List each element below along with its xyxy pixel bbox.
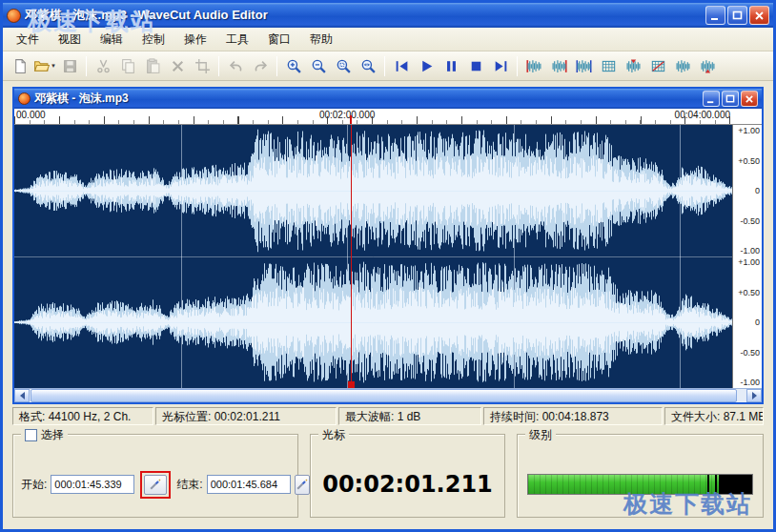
playback-cursor[interactable] [351,125,352,388]
toolbar-separator [384,56,385,76]
new-file-button[interactable] [8,54,32,78]
trim-button[interactable] [190,54,214,78]
save-file-button[interactable] [57,54,82,78]
waveform-view[interactable] [14,125,732,388]
copy-icon [120,58,136,74]
scissors-icon [95,58,112,74]
folder-icon [33,58,50,74]
record-level-button[interactable] [695,54,720,78]
undo-icon [228,58,244,74]
amplitude-scale: +1.00+0.500-0.50-1.00+1.00+0.500-0.50-1.… [732,125,762,388]
zoom-full-button[interactable] [356,54,380,78]
menu-item-4[interactable]: 操作 [174,28,216,51]
cursor-group: 光标 00:02:01.211 [310,434,505,518]
wand-icon [149,478,162,491]
selection-start-input[interactable] [51,475,134,494]
status-duration: 持续时间: 00:04:18.873 [483,407,663,425]
zoom-out-button[interactable] [306,54,331,78]
document-icon [18,92,31,105]
go-to-end-button[interactable] [488,54,513,78]
selection-checkbox[interactable] [25,429,37,441]
ruler-label-1: 00:02:00.000 [319,110,375,120]
menu-item-6[interactable]: 窗口 [258,28,300,51]
zoomfull-icon [360,58,377,74]
level-meter-fill [528,475,719,494]
waveup-icon [700,58,716,74]
undo-button[interactable] [223,54,248,78]
timeline-ruler[interactable]: 00.00000:02:00.00000:04:00.000 [14,109,762,125]
redo-button[interactable] [248,54,273,78]
mute-selection-button[interactable] [645,54,670,78]
selection-end-input[interactable] [207,475,291,494]
paste-icon [145,58,161,74]
level-meter-tick [715,475,717,494]
scale-label: -0.50 [740,216,760,226]
toolbar-separator [517,56,518,76]
waveform-canvas[interactable] [14,125,732,388]
child-minimize-button[interactable] [703,91,720,107]
set-selection-end-button[interactable] [546,54,571,78]
status-cursor-position: 光标位置: 00:02:01.211 [155,407,337,425]
audio-document-window: 邓紫棋 - 泡沫.mp3 00.00000:02:00.00000:04:00.… [12,87,764,404]
menu-item-3[interactable]: 控制 [133,28,174,51]
pause-icon [443,58,459,74]
hatch2-icon [650,58,666,74]
go-to-start-button[interactable] [389,54,414,78]
scale-label: 0 [755,186,760,195]
close-button[interactable] [749,6,769,25]
status-bar: 格式: 44100 Hz, 2 Ch.光标位置: 00:02:01.211最大波… [12,407,764,425]
dropdown-arrow-icon[interactable]: ▼ [51,63,56,69]
level-meter-tick [707,475,709,494]
scroll-left-button[interactable] [14,389,30,402]
crop-selection-button[interactable] [621,54,645,78]
ruler-label-0: 00.000 [16,110,46,120]
zoomout-icon [311,58,327,74]
loop-play-button[interactable] [670,54,695,78]
child-restore-button[interactable] [722,91,739,107]
selection-legend: 选择 [21,427,68,443]
zoom-selection-button[interactable] [331,54,356,78]
child-close-button[interactable] [741,91,758,107]
delete-selection-button[interactable] [596,54,621,78]
scrollbar-track[interactable] [30,389,746,402]
main-titlebar: 邓紫棋 - 泡沫.mp3 - WaveCut Audio Editor [3,3,773,28]
tutorial-highlight [140,471,171,499]
menu-item-2[interactable]: 编辑 [91,28,133,51]
ruler-track[interactable]: 00.00000:02:00.00000:04:00.000 [14,109,732,124]
scroll-right-button[interactable] [746,389,762,402]
ruler-label-2: 00:04:00.000 [675,110,730,120]
paste-button[interactable] [140,54,165,78]
open-file-button[interactable]: ▼ [32,54,57,78]
stop-button[interactable] [463,54,488,78]
pause-button[interactable] [439,54,463,78]
copy-button[interactable] [115,54,140,78]
zoomsel-icon [336,58,352,74]
cut-button[interactable] [91,54,115,78]
cursor-handle[interactable] [348,381,355,388]
play-button[interactable] [414,54,439,78]
scrollbar-thumb[interactable] [31,389,737,402]
pick-end-button[interactable] [295,475,310,495]
menu-item-0[interactable]: 文件 [7,28,49,51]
scale-label: 0 [755,317,760,327]
toend-icon [493,58,509,74]
zoom-in-button[interactable] [281,54,306,78]
menu-item-5[interactable]: 工具 [216,28,258,51]
toolbar-separator [86,56,87,76]
select-all-button[interactable] [571,54,596,78]
level-meter [527,474,753,495]
menu-item-7[interactable]: 帮助 [300,28,342,51]
selection-group: 选择 开始: 结束: [12,434,298,518]
end-label: 结束: [176,477,202,493]
cursor-time-display: 00:02:01.211 [322,471,493,498]
pick-start-button[interactable] [144,475,167,495]
scale-label: -1.00 [740,378,760,387]
scroll-left-icon [16,392,25,399]
minimize-button[interactable] [705,6,725,25]
set-selection-start-button[interactable] [521,54,546,78]
menu-item-1[interactable]: 视图 [49,28,91,51]
delete-button[interactable] [165,54,190,78]
cross-icon [170,58,186,74]
maximize-button[interactable] [727,6,747,25]
ruler-cursor-marker [350,115,352,124]
